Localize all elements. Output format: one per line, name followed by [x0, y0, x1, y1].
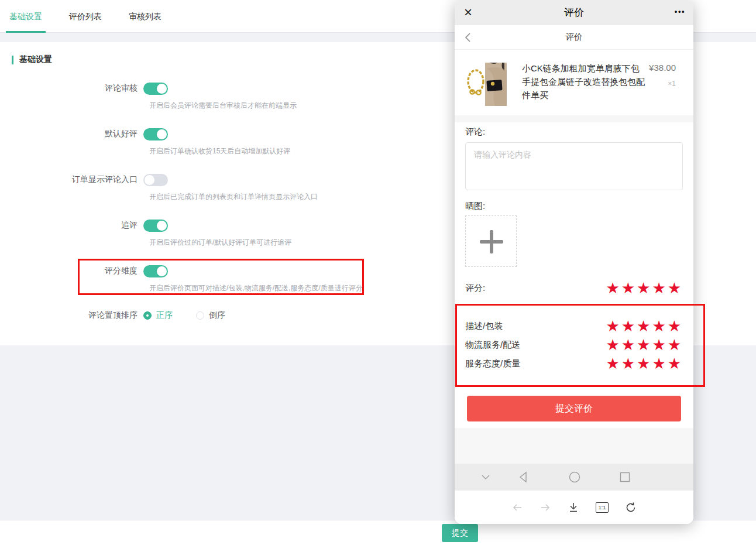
radio-dot: [143, 311, 152, 320]
setting-description: 开启后会员评论需要后台审核后才能在前端显示: [149, 101, 297, 111]
star-rating[interactable]: ★★★★★: [606, 356, 683, 371]
rating-label: 评分:: [465, 283, 485, 294]
setting-description: 开启后订单确认收货15天后自动增加默认好评: [149, 146, 290, 156]
product-quantity: ×1: [649, 80, 676, 88]
photo-upload-button[interactable]: [465, 215, 517, 267]
chevron-down-icon[interactable]: [478, 470, 493, 484]
setting-description: 开启后已完成订单的列表页和订单详情页显示评论入口: [149, 192, 318, 202]
dimension-label: 物流服务/配送: [465, 340, 520, 351]
phone-nav-title: 评价: [455, 32, 693, 43]
setting-toggle[interactable]: [143, 83, 168, 95]
dimension-rating-row: 服务态度/质量★★★★★: [465, 355, 683, 372]
setting-row: 评分维度开启后评价页面可对描述/包装,物流服务/配送,服务态度/质量进行评分: [0, 265, 456, 277]
phone-titlebar: × 评价 •••: [455, 0, 693, 25]
star-rating[interactable]: ★★★★★: [606, 337, 683, 352]
more-icon[interactable]: •••: [675, 7, 685, 16]
setting-label: 订单显示评论入口: [0, 174, 143, 185]
setting-toggle[interactable]: [143, 128, 168, 140]
setting-toggle[interactable]: [143, 174, 168, 186]
setting-toggle[interactable]: [143, 265, 168, 277]
forward-arrow-icon[interactable]: [539, 502, 551, 513]
radio-label: 正序: [156, 310, 173, 321]
back-triangle-icon[interactable]: [516, 470, 531, 484]
section-divider: [455, 115, 693, 122]
dimension-label: 描述/包装: [465, 321, 503, 332]
section-title: 基础设置: [19, 54, 52, 65]
download-icon[interactable]: [568, 502, 579, 513]
radio-dot: [196, 311, 204, 320]
radio-倒序[interactable]: 倒序: [196, 310, 225, 321]
phone-title: 评价: [455, 6, 693, 19]
setting-row: 订单显示评论入口开启后已完成订单的列表页和订单详情页显示评论入口: [0, 173, 456, 186]
product-price-column: ¥38.00 ×1: [649, 63, 676, 88]
tab-审核列表[interactable]: 审核列表: [125, 0, 165, 33]
scale-1-1-icon[interactable]: 1:1: [596, 502, 609, 513]
setting-label: 追评: [0, 220, 143, 231]
admin-page: 基础设置评价列表审核列表 基础设置 评论审核开启后会员评论需要后台审核后才能在前…: [0, 0, 756, 545]
photos-label: 晒图:: [465, 201, 485, 212]
setting-row: 评论审核开启后会员评论需要后台审核后才能在前端显示: [0, 82, 456, 95]
comment-input[interactable]: [465, 142, 683, 190]
back-chevron-icon[interactable]: [463, 32, 473, 46]
product-price: ¥38.00: [649, 63, 676, 73]
android-nav-bar: [455, 464, 693, 491]
overall-rating-row: 评分: ★★★★★: [465, 280, 683, 296]
star-rating[interactable]: ★★★★★: [606, 318, 683, 334]
setting-label: 评论审核: [0, 83, 143, 94]
product-title: 小CK链条加粗加宽单肩腋下包手提包金属链子改造替换包包配件单买: [522, 61, 646, 102]
dimension-rating-row: 物流服务/配送★★★★★: [465, 336, 683, 354]
setting-description: 开启后评价过的订单/默认好评订单可进行追评: [149, 238, 291, 248]
submit-review-button[interactable]: 提交评价: [467, 396, 681, 421]
comment-label: 评论:: [465, 126, 485, 138]
section-header: 基础设置: [12, 54, 52, 65]
phone-preview-panel: × 评价 ••• 评价: [455, 0, 693, 524]
setting-label: 默认好评: [0, 129, 143, 139]
sort-setting-label: 评论置顶排序: [0, 310, 143, 321]
submit-button[interactable]: 提交: [442, 524, 478, 542]
setting-toggle[interactable]: [143, 220, 168, 232]
phone-navbar: 评价: [455, 25, 693, 50]
product-card[interactable]: 小CK链条加粗加宽单肩腋下包手提包金属链子改造替换包包配件单买 ¥38.00 ×…: [455, 50, 693, 115]
sort-setting-row: 评论置顶排序 正序倒序: [0, 309, 456, 322]
devtools-bar: 1:1: [455, 491, 693, 524]
recent-square-icon[interactable]: [617, 470, 633, 484]
section-accent-bar: [12, 56, 13, 64]
refresh-icon[interactable]: [625, 502, 637, 513]
tab-评价列表[interactable]: 评价列表: [66, 0, 105, 33]
setting-row: 默认好评开启后订单确认收货15天后自动增加默认好评: [0, 128, 456, 140]
home-circle-icon[interactable]: [567, 470, 582, 484]
dimension-label: 服务态度/质量: [465, 358, 520, 369]
star-rating[interactable]: ★★★★★: [606, 280, 683, 296]
dimension-rating-row: 描述/包装★★★★★: [465, 317, 683, 335]
product-image: [463, 63, 507, 106]
content-spacer: [455, 428, 693, 464]
setting-description: 开启后评价页面可对描述/包装,物流服务/配送,服务态度/质量进行评分: [149, 283, 363, 293]
radio-label: 倒序: [209, 310, 225, 321]
radio-正序[interactable]: 正序: [143, 310, 173, 321]
tab-基础设置[interactable]: 基础设置: [6, 0, 46, 33]
back-arrow-icon[interactable]: [511, 502, 523, 513]
setting-row: 追评开启后评价过的订单/默认好评订单可进行追评: [0, 219, 456, 232]
close-icon[interactable]: ×: [464, 4, 472, 21]
setting-label: 评分维度: [0, 266, 143, 276]
